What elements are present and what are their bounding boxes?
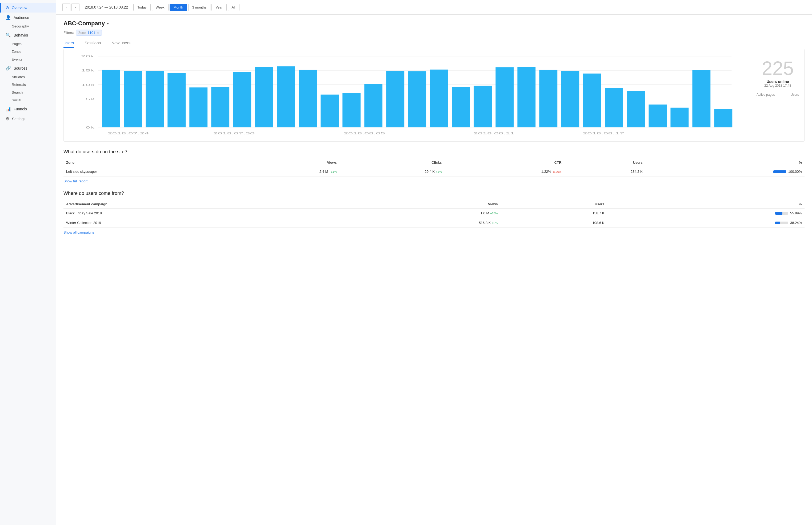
bar-14 — [386, 71, 404, 127]
sidebar-item-sources[interactable]: 🔗 Sources — [0, 63, 56, 73]
sidebar-referrals-label: Referrals — [12, 82, 26, 87]
sidebar-item-geography[interactable]: Geography — [0, 22, 56, 30]
campaign-users: 158.7 K — [500, 209, 607, 218]
sidebar-item-settings[interactable]: ⚙ Settings — [0, 114, 56, 124]
company-dropdown[interactable]: ▾ — [107, 21, 109, 26]
sidebar-item-search[interactable]: Search — [0, 89, 56, 96]
bar-20 — [517, 67, 536, 127]
sidebar-geography-label: Geography — [12, 24, 29, 28]
sidebar-sources-label: Sources — [14, 66, 27, 70]
bar-22 — [561, 71, 579, 127]
bar-18 — [473, 86, 492, 127]
bar-11 — [320, 95, 339, 127]
period-all[interactable]: All — [228, 4, 239, 11]
zone-col-users: Users — [564, 159, 645, 167]
sidebar-social-label: Social — [12, 98, 21, 102]
campaign-name: Winter Collection 2019 — [63, 218, 351, 228]
campaign-table: Advertisement campaign Views Users % Bla… — [63, 200, 805, 228]
sidebar-item-audience[interactable]: 👤 Audience — [0, 13, 56, 22]
zone-name: Left side skyscraper — [63, 167, 233, 177]
svg-text:5k: 5k — [86, 97, 94, 101]
progress-fill-campaign — [775, 212, 782, 215]
bar-3 — [146, 71, 164, 127]
tab-users[interactable]: Users — [63, 41, 74, 48]
chart-section: 20k 15k 10k 5k 0k — [63, 49, 805, 141]
campaign-section-title: Where do users come from? — [63, 191, 805, 196]
settings-icon: ⚙ — [5, 116, 9, 121]
svg-text:2018.07.30: 2018.07.30 — [213, 132, 255, 135]
sidebar-item-referrals[interactable]: Referrals — [0, 81, 56, 89]
campaign-col-pct: % — [607, 200, 805, 209]
show-all-campaigns-link[interactable]: Show all campaigns — [63, 230, 94, 234]
sidebar-audience-label: Audience — [14, 15, 29, 20]
svg-text:2018.08.05: 2018.08.05 — [344, 132, 385, 135]
sidebar-pages-label: Pages — [12, 42, 21, 46]
filter-remove-button[interactable]: ✕ — [96, 31, 100, 35]
svg-text:2018.08.17: 2018.08.17 — [583, 132, 624, 135]
sidebar-item-affiliates[interactable]: Affiliates — [0, 73, 56, 81]
sidebar-item-overview[interactable]: ⊙ Overview — [0, 3, 56, 13]
campaign-name: Black Friday Sale 2018 — [63, 209, 351, 218]
online-time: 22 Aug 2018 17:48 — [764, 84, 791, 88]
svg-text:0k: 0k — [86, 125, 94, 129]
tab-sessions[interactable]: Sessions — [85, 41, 101, 48]
sidebar-item-pages[interactable]: Pages — [0, 40, 56, 48]
sidebar-item-behavior[interactable]: 🔍 Behavior — [0, 30, 56, 40]
bar-10 — [299, 70, 317, 127]
zone-users: 284.2 K — [564, 167, 645, 177]
sidebar-events-label: Events — [12, 57, 22, 61]
bar-13 — [364, 84, 382, 127]
bar-5 — [189, 88, 208, 127]
svg-text:10k: 10k — [81, 83, 94, 86]
bar-23 — [583, 74, 601, 127]
sidebar-zones-label: Zones — [12, 49, 21, 54]
bar-19 — [495, 67, 514, 127]
bar-9 — [277, 66, 295, 127]
overview-icon: ⊙ — [5, 5, 9, 10]
period-buttons: Today Week Month 3 months Year All — [133, 4, 239, 11]
sidebar-item-events[interactable]: Events — [0, 56, 56, 63]
progress-bar-campaign — [775, 212, 788, 215]
sidebar-search-label: Search — [12, 90, 22, 94]
bar-27 — [671, 108, 689, 127]
tab-new-users[interactable]: New users — [111, 41, 131, 48]
period-month[interactable]: Month — [170, 4, 187, 11]
online-count: 225 — [762, 59, 794, 78]
sidebar-overview-label: Overview — [12, 5, 27, 10]
progress-fill — [773, 170, 786, 173]
campaign-table-header-row: Advertisement campaign Views Users % — [63, 200, 805, 209]
sidebar-item-social[interactable]: Social — [0, 96, 56, 104]
zone-table-header-row: Zone Views Clicks CTR Users % — [63, 159, 805, 167]
filter-zone-tag: Zone 1101 ✕ — [76, 30, 102, 36]
campaign-views: 516.8 K+5% — [351, 218, 500, 228]
bar-8 — [255, 67, 273, 127]
svg-text:2018.08.11: 2018.08.11 — [473, 132, 515, 135]
sidebar-item-funnels[interactable]: 📊 Funnels — [0, 104, 56, 114]
company-name: ABC-Company — [63, 20, 105, 27]
zone-section-title: What do users do on the site? — [63, 149, 805, 155]
active-pages-label: Active pages — [756, 93, 775, 96]
period-today[interactable]: Today — [133, 4, 151, 11]
campaign-col-views: Views — [351, 200, 500, 209]
sidebar-item-zones[interactable]: Zones — [0, 48, 56, 56]
period-year[interactable]: Year — [211, 4, 226, 11]
behavior-icon: 🔍 — [5, 32, 11, 38]
zone-col-clicks: Clicks — [340, 159, 445, 167]
prev-button[interactable]: ‹ — [62, 3, 71, 11]
period-week[interactable]: Week — [152, 4, 168, 11]
bar-16 — [430, 70, 448, 127]
bar-25 — [627, 91, 645, 127]
funnels-icon: 📊 — [5, 106, 11, 111]
period-3months[interactable]: 3 months — [188, 4, 210, 11]
filters-row: Filters: Zone 1101 ✕ — [63, 30, 805, 36]
show-full-report-link[interactable]: Show full report — [63, 179, 88, 183]
nav-arrows: ‹ › — [62, 3, 79, 11]
chart-svg: 20k 15k 10k 5k 0k — [68, 53, 747, 139]
progress-bar — [773, 170, 786, 173]
next-button[interactable]: › — [72, 3, 79, 11]
date-range: 2018.07.24 — 2018.08.22 — [85, 5, 128, 9]
bar-2 — [124, 71, 142, 127]
zone-col-ctr: CTR — [444, 159, 564, 167]
online-panel: 225 Users online 22 Aug 2018 17:48 Activ… — [751, 53, 804, 139]
bar-24 — [605, 88, 623, 127]
